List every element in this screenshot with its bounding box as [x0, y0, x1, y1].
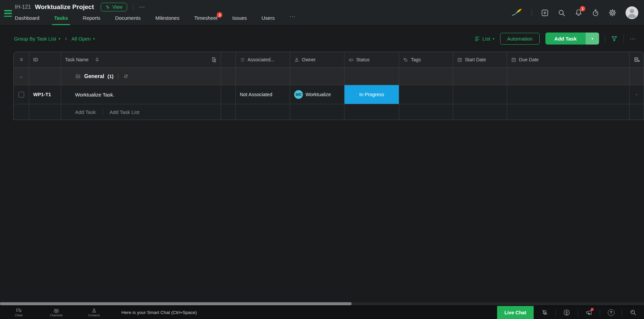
contacts-button[interactable]: Contacts	[75, 306, 113, 319]
collapse-all-cell[interactable]	[14, 52, 29, 67]
bottom-bar-right: Live Chat ?	[497, 306, 644, 319]
project-more-icon[interactable]: ⋯	[139, 3, 146, 11]
empty-cell	[507, 104, 630, 120]
menu-icon[interactable]	[4, 10, 13, 17]
tab-users[interactable]: Users	[262, 15, 275, 25]
double-chevron-down-icon	[19, 57, 24, 62]
group-by-label: Group By Task List	[14, 36, 56, 42]
timer-icon[interactable]	[592, 9, 599, 17]
user-avatar[interactable]	[626, 6, 638, 19]
tab-documents[interactable]: Documents	[115, 15, 141, 25]
tab-reports[interactable]: Reports	[83, 15, 101, 25]
task-name[interactable]: Worktualize Task.	[61, 85, 221, 104]
group-count: (1)	[108, 74, 114, 79]
horizontal-scrollbar[interactable]	[0, 302, 644, 305]
spacer-column	[221, 85, 236, 104]
task-hierarchy-icon[interactable]	[211, 57, 217, 63]
column-header-task-name[interactable]: Task Name	[61, 52, 221, 67]
view-button[interactable]: View	[101, 3, 127, 11]
empty-cell	[453, 104, 507, 120]
toolbar-right: List ▾ Automation Add Task ▾ ⋯	[474, 33, 637, 45]
search-icon[interactable]	[558, 9, 566, 17]
scrollbar-thumb[interactable]	[0, 302, 352, 305]
column-header-owner[interactable]: Owner	[290, 52, 344, 67]
accessibility-icon[interactable]	[556, 306, 578, 319]
add-column-cell[interactable]	[630, 52, 644, 67]
channels-button[interactable]: Channels	[38, 306, 75, 319]
add-task-cell: Add Task Add Task List	[61, 104, 221, 120]
group-empty-cell	[344, 68, 399, 85]
task-start-date-cell[interactable]	[453, 85, 507, 104]
mute-notifications-icon[interactable]	[534, 306, 555, 319]
column-header-id[interactable]: ID	[29, 52, 61, 67]
add-task-row: Add Task Add Task List	[14, 104, 644, 120]
group-empty-cell	[630, 68, 644, 85]
column-header-due-date[interactable]: Due Date	[507, 52, 630, 67]
column-header-start-date[interactable]: Start Date	[453, 52, 507, 67]
announcements-megaphone-icon[interactable]	[578, 306, 600, 319]
view-mode-dropdown[interactable]: List ▾	[474, 36, 494, 42]
chats-label: Chats	[15, 314, 23, 317]
group-empty-cell	[453, 68, 507, 85]
calendar-icon	[457, 57, 462, 62]
smart-chat-hint[interactable]: Here is your Smart Chat (Ctrl+Space)	[121, 310, 197, 315]
add-task-link[interactable]: Add Task	[75, 109, 96, 115]
task-associated[interactable]: Not Associated	[236, 85, 290, 104]
task-checkbox[interactable]	[18, 92, 24, 98]
task-owner[interactable]: WD Worktualize	[290, 85, 344, 104]
toolbar-more-icon[interactable]: ⋯	[630, 35, 637, 43]
task-tags-cell[interactable]	[399, 85, 453, 104]
chevron-down-icon: ▾	[493, 37, 494, 41]
group-empty-cell	[290, 68, 344, 85]
filter-funnel-icon[interactable]	[611, 35, 618, 42]
add-task-button[interactable]: Add Task	[545, 33, 586, 45]
automation-button[interactable]: Automation	[500, 33, 540, 45]
tab-tasks[interactable]: Tasks	[54, 15, 68, 25]
column-header-status[interactable]: Status	[344, 52, 399, 67]
tasklist-icon	[75, 73, 81, 79]
task-status-badge[interactable]: In Progress	[344, 85, 399, 104]
zoho-sign-feather-icon[interactable]	[511, 8, 523, 18]
add-task-split-button[interactable]: Add Task ▾	[545, 33, 599, 45]
column-header-associated[interactable]: Associated...	[236, 52, 290, 67]
task-extra-cell: -	[630, 85, 644, 104]
spacer-column	[221, 104, 236, 120]
notifications-bell-icon[interactable]: 1	[575, 9, 583, 17]
tabs-overflow-icon[interactable]: ⋯	[289, 13, 296, 25]
calendar-icon	[511, 57, 516, 62]
group-collapse-cell[interactable]: ⌄	[14, 68, 29, 85]
task-due-date-cell[interactable]	[507, 85, 630, 104]
tab-issues[interactable]: Issues	[232, 15, 247, 25]
add-task-dropdown[interactable]: ▾	[586, 33, 599, 45]
title-divider	[133, 4, 133, 10]
tab-milestones[interactable]: Milestones	[155, 15, 179, 25]
help-icon[interactable]: ?	[600, 306, 622, 319]
tab-dashboard[interactable]: Dashboard	[15, 15, 39, 25]
task-select-cell	[14, 85, 29, 104]
add-task-list-link[interactable]: Add Task List	[109, 109, 139, 115]
contacts-icon	[92, 308, 97, 313]
settings-gear-icon[interactable]	[608, 9, 616, 17]
live-chat-button[interactable]: Live Chat	[497, 306, 534, 319]
channels-icon	[53, 308, 59, 313]
group-name-cell[interactable]: General (1)	[61, 68, 221, 85]
sort-icon[interactable]	[123, 73, 129, 79]
spacer-column	[221, 68, 236, 85]
view-filter-dropdown[interactable]: All Open ▾	[71, 36, 95, 42]
chats-button[interactable]: Chats	[0, 306, 38, 319]
quick-add-icon[interactable]	[541, 9, 549, 17]
group-empty-cell	[236, 68, 290, 85]
toolbar-divider	[624, 35, 624, 43]
task-row[interactable]: WP1-T1 Worktualize Task. Not Associated …	[14, 85, 644, 104]
empty-cell	[14, 104, 29, 120]
task-id[interactable]: WP1-T1	[29, 85, 61, 104]
empty-cell	[630, 104, 644, 120]
zoom-search-icon[interactable]	[622, 306, 644, 319]
group-divider	[118, 73, 118, 79]
tab-timesheet[interactable]: Timesheet 3	[194, 15, 217, 25]
chevron-down-icon: ⌄	[19, 74, 23, 79]
column-header-tags[interactable]: Tags	[399, 52, 453, 67]
chats-icon	[16, 308, 21, 313]
group-by-dropdown[interactable]: Group By Task List ▾	[14, 36, 60, 42]
group-name: General	[84, 73, 104, 79]
